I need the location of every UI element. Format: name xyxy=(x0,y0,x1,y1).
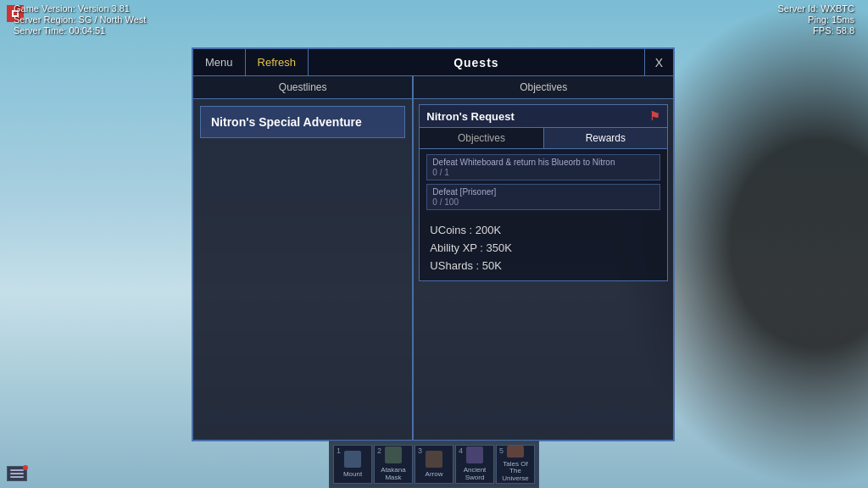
hamburger-line-2 xyxy=(10,473,24,474)
questlines-panel: Questlines Nitron's Special Adventure xyxy=(193,76,414,440)
window-title: Quests xyxy=(309,56,644,69)
hud: Game Version: Version 3.81 Server Region… xyxy=(0,0,868,39)
hotbar-slot-5-icon xyxy=(507,446,524,458)
objectives-panel-header: Objectives xyxy=(414,76,673,99)
objective-task-2: Defeat [Prisoner] 0 / 100 xyxy=(426,184,660,210)
questline-item[interactable]: Nitron's Special Adventure xyxy=(200,106,405,138)
hotbar-slot-5-label: Tales Of The Universe xyxy=(497,461,534,483)
hotbar-slot-3-number: 3 xyxy=(418,446,422,455)
hotbar-slot-2-label: Atakana Mask xyxy=(375,467,412,482)
hotbar-slot-4[interactable]: 4 Ancient Sword xyxy=(455,445,494,484)
reward-ucoins: UCoins : 200K xyxy=(430,224,657,236)
objective-task-2-label: Defeat [Prisoner] xyxy=(432,187,654,197)
window-content: Questlines Nitron's Special Adventure Ob… xyxy=(193,76,673,440)
close-button[interactable]: X xyxy=(644,49,673,75)
hotbar-slot-1-icon xyxy=(344,451,361,468)
reward-ability-xp: Ability XP : 350K xyxy=(430,241,657,254)
request-title: Nitron's Request xyxy=(426,110,515,123)
tab-objectives[interactable]: Objectives xyxy=(420,128,543,148)
objective-task-1-label: Defeat Whiteboard & return his Blueorb t… xyxy=(432,158,654,167)
ping: Ping: 15ms xyxy=(778,14,854,25)
hotbar-slot-4-number: 4 xyxy=(459,446,463,455)
objective-task-2-progress: 0 / 100 xyxy=(432,197,654,207)
hotbar-slot-4-label: Ancient Sword xyxy=(456,467,493,482)
hotbar-slot-2-icon xyxy=(385,446,402,463)
server-time: Server Time: 00:04:51 xyxy=(14,25,146,36)
rewards-content: UCoins : 200K Ability XP : 350K UShards … xyxy=(420,215,667,280)
hotbar-slot-5-number: 5 xyxy=(499,446,504,455)
hotbar-slot-4-icon xyxy=(466,446,483,463)
objective-task-1-progress: 0 / 1 xyxy=(432,168,654,177)
hotbar-slot-3-label: Arrow xyxy=(426,471,443,479)
questlines-header: Questlines xyxy=(193,76,412,99)
request-box: Nitron's Request ⚑ Objectives Rewards De… xyxy=(419,104,668,281)
request-title-bar: Nitron's Request ⚑ xyxy=(420,105,667,128)
hotbar-slot-1-number: 1 xyxy=(337,446,341,455)
hotbar-slot-5[interactable]: 5 Tales Of The Universe xyxy=(496,445,535,484)
objectives-panel: Objectives Nitron's Request ⚑ Objectives… xyxy=(414,76,673,440)
server-id: Server Id: WXBTC xyxy=(778,3,854,14)
hamburger-line-3 xyxy=(10,476,24,478)
menu-button[interactable]: Menu xyxy=(193,49,246,75)
hotbar-slot-2[interactable]: 2 Atakana Mask xyxy=(374,445,413,484)
fps: FPS: 58.8 xyxy=(778,25,854,36)
hotbar-slot-1[interactable]: 1 Mount xyxy=(333,445,372,484)
hotbar: 1 Mount 2 Atakana Mask 3 Arrow 4 Ancient… xyxy=(329,441,539,488)
notification-dot xyxy=(23,465,28,470)
server-region: Server Region: SG / North West xyxy=(14,14,146,25)
objectives-content: Defeat Whiteboard & return his Blueorb t… xyxy=(420,149,667,215)
tab-rewards[interactable]: Rewards xyxy=(544,128,667,148)
menu-hamburger-icon[interactable] xyxy=(7,466,27,481)
hotbar-slot-2-number: 2 xyxy=(377,446,381,455)
flag-icon: ⚑ xyxy=(649,109,660,123)
hamburger-line-1 xyxy=(10,469,24,471)
refresh-button[interactable]: Refresh xyxy=(246,49,309,75)
quest-window: Menu Refresh Quests X Questlines Nitron'… xyxy=(192,47,675,441)
hotbar-slot-3-icon xyxy=(426,451,442,468)
sub-tabs: Objectives Rewards xyxy=(420,128,667,149)
hotbar-slot-1-label: Mount xyxy=(343,471,362,479)
objective-task-1: Defeat Whiteboard & return his Blueorb t… xyxy=(426,154,660,180)
title-bar: Menu Refresh Quests X xyxy=(193,49,673,76)
game-version: Game Version: Version 3.81 xyxy=(14,3,146,14)
hotbar-slot-3[interactable]: 3 Arrow xyxy=(415,445,453,484)
reward-ushards: UShards : 50K xyxy=(430,259,657,272)
